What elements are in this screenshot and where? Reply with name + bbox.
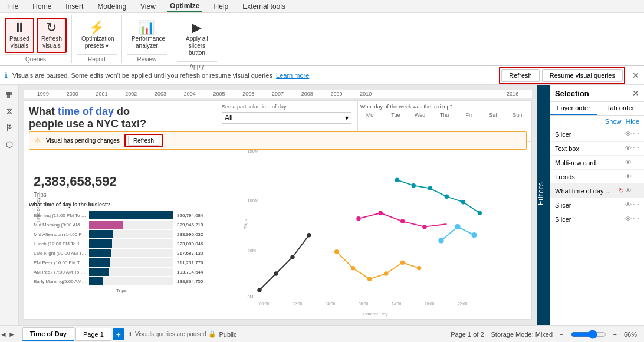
menu-insert[interactable]: Insert	[63, 1, 86, 12]
svg-line-34	[441, 227, 458, 241]
selection-item-trends[interactable]: Trends 👁 ⋯	[550, 170, 644, 184]
refresh-button[interactable]: Refresh	[501, 69, 540, 82]
hide-label[interactable]: Hide	[626, 118, 639, 125]
bar-value-4: 217,687,130	[177, 251, 209, 256]
bar-value-2: 233,990,032	[177, 232, 209, 237]
close-notification-button[interactable]: ✕	[632, 71, 639, 80]
selection-item-label-6: Slicer	[555, 216, 623, 223]
menu-modeling[interactable]: Modeling	[95, 1, 129, 12]
more-icon-1[interactable]: ⋯	[633, 144, 639, 152]
dow-thu[interactable]: Thu	[433, 112, 455, 118]
add-page-button[interactable]: +	[113, 328, 124, 340]
selection-item-slicer1[interactable]: Slicer 👁 ⋯	[550, 127, 644, 142]
bar-row-latenight: Late Night (00:00 AM To 02:59 AM) 217,68…	[34, 249, 209, 257]
timeline-year-2000: 2000	[58, 91, 87, 97]
dow-fri[interactable]: Fri	[458, 112, 479, 118]
zoom-slider[interactable]	[571, 330, 606, 339]
report-group-label: Report	[77, 54, 117, 63]
eye-icon-3[interactable]: 👁	[625, 173, 632, 180]
timeline-year-2006: 2006	[234, 91, 263, 97]
menu-optimize[interactable]: Optimize	[167, 1, 202, 12]
timeline-year-2005: 2005	[205, 91, 234, 97]
filters-strip[interactable]: Filters	[537, 85, 550, 325]
paused-visuals-button[interactable]: ⏸ Pausedvisuals	[5, 18, 34, 53]
metric-label: Trips	[29, 192, 214, 200]
performance-analyzer-button[interactable]: 📊 Performanceanalyzer	[127, 18, 167, 53]
optimization-presets-button[interactable]: ⚡ Optimizationpresets ▾	[77, 18, 117, 53]
more-icon-4[interactable]: ⋯	[633, 187, 639, 195]
dow-days-row: Mon Tue Wed Thu Fri Sat Sun	[360, 112, 528, 118]
bar-chart-icon[interactable]: ▦	[1, 87, 18, 101]
selection-item-textbox[interactable]: Text box 👁 ⋯	[550, 142, 644, 156]
more-icon-0[interactable]: ⋯	[633, 130, 639, 138]
bottom-bar: ◄ ► Time of Day Page 1 + ⏸ Visuals queri…	[0, 325, 644, 342]
pending-refresh-button[interactable]: Refresh	[128, 136, 159, 146]
prev-page-arrow[interactable]: ◄	[0, 330, 7, 338]
canvas-area: 1999 2000 2001 2002 2003 2004 2005 2006 …	[19, 85, 537, 325]
show-label[interactable]: Show	[605, 118, 622, 125]
selection-item-whattime[interactable]: What time of day ... ↻ 👁 ⋯	[550, 184, 644, 198]
selection-item-label-0: Slicer	[555, 131, 623, 138]
more-icon-3[interactable]: ⋯	[633, 173, 639, 180]
tab-tab-order[interactable]: Tab order	[597, 102, 645, 115]
menu-file[interactable]: File	[5, 1, 21, 12]
next-page-arrow[interactable]: ►	[8, 330, 15, 338]
tab-layer-order[interactable]: Layer order	[550, 102, 597, 115]
eye-icon-6[interactable]: 👁	[625, 215, 632, 223]
eye-icon-0[interactable]: 👁	[625, 130, 632, 138]
notification-text: Visuals are paused. Some edits won't be …	[12, 72, 494, 79]
data-icon[interactable]: 🗄	[1, 121, 18, 135]
bar-fill-1	[89, 221, 123, 229]
svg-point-18	[445, 195, 449, 199]
learn-more-link[interactable]: Learn more	[276, 72, 309, 79]
svg-point-16	[412, 183, 416, 188]
selection-item-slicer2[interactable]: Slicer 👁 ⋯	[550, 198, 644, 212]
chevron-down-icon: ▾	[345, 114, 349, 122]
menu-help[interactable]: Help	[212, 1, 231, 12]
svg-text:08:00...: 08:00...	[359, 302, 372, 306]
ribbon-group-report: ⚡ Optimizationpresets ▾ Report	[72, 15, 122, 63]
selection-item-multirow[interactable]: Multi-row card 👁 ⋯	[550, 156, 644, 170]
timeline[interactable]: 1999 2000 2001 2002 2003 2004 2005 2006 …	[24, 90, 532, 98]
close-panel-icon[interactable]: ✕	[632, 88, 639, 98]
paused-icon: ⏸	[127, 331, 133, 337]
svg-text:50M: 50M	[247, 248, 256, 253]
dow-sat[interactable]: Sat	[482, 112, 504, 118]
menu-external-tools[interactable]: External tools	[240, 1, 288, 12]
selection-item-slicer3[interactable]: Slicer 👁 ⋯	[550, 212, 644, 226]
minimize-icon[interactable]: —	[623, 88, 631, 98]
refresh-visuals-button[interactable]: ↻ Refreshvisuals	[37, 18, 67, 53]
eye-icon-2[interactable]: 👁	[625, 159, 632, 166]
zoom-plus-icon[interactable]: +	[613, 331, 617, 338]
bar-row-midafternoon: Mid Afternoon (14:00 PM To 15:59 PM) 233…	[34, 230, 209, 238]
eye-icon-5[interactable]: 👁	[625, 201, 632, 209]
slicer-dropdown[interactable]: All ▾	[222, 112, 351, 124]
scatter-x-label: Time of Day	[219, 311, 531, 317]
menu-view[interactable]: View	[138, 1, 158, 12]
timeline-year-2010: 2010	[351, 91, 380, 97]
svg-point-17	[428, 186, 432, 190]
resume-visual-queries-button[interactable]: Resume visual queries	[542, 69, 623, 82]
bar-row-lunch: Lunch (12:00 PM To 13:59 PM) 223,089,046	[34, 239, 209, 248]
svg-line-35	[458, 227, 474, 235]
warning-icon: ⚠	[34, 136, 41, 145]
funnel-icon[interactable]: ⧖	[1, 104, 18, 119]
tab-time-of-day[interactable]: Time of Day	[22, 327, 74, 341]
refresh-item-icon-4[interactable]: ↻	[619, 187, 624, 195]
apply-all-slicers-button[interactable]: ▶ Apply all slicersbutton	[177, 18, 217, 60]
more-icon-2[interactable]: ⋯	[633, 159, 639, 166]
more-icon-6[interactable]: ⋯	[633, 215, 639, 223]
storage-mode: Storage Mode: Mixed	[491, 331, 553, 338]
menu-home[interactable]: Home	[30, 1, 54, 12]
eye-icon-4[interactable]: 👁	[625, 187, 632, 195]
dow-sun[interactable]: Sun	[507, 112, 528, 118]
tab-page-1[interactable]: Page 1	[75, 328, 111, 341]
dow-wed[interactable]: Wed	[409, 112, 431, 118]
more-icon-5[interactable]: ⋯	[633, 201, 639, 209]
svg-text:100M: 100M	[247, 198, 258, 203]
dow-tue[interactable]: Tue	[385, 112, 406, 118]
eye-icon-1[interactable]: 👁	[625, 144, 632, 152]
zoom-minus-icon[interactable]: −	[560, 331, 563, 338]
dow-mon[interactable]: Mon	[360, 112, 382, 118]
model-icon[interactable]: ⬡	[1, 137, 18, 152]
